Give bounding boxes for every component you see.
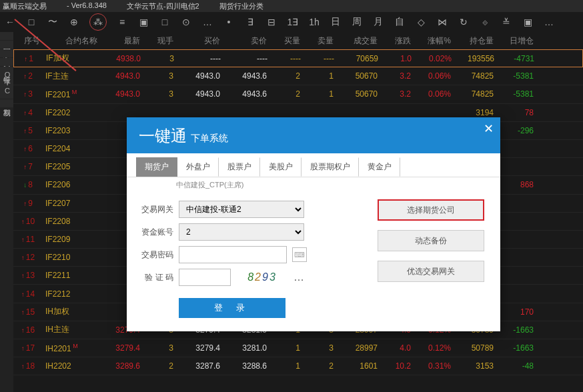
table-row[interactable]: ↑1IF加权4938.03----------------706591.00.0… <box>13 49 583 67</box>
optimize-gateway-button[interactable]: 优选交易网关 <box>378 261 484 282</box>
keyboard-icon[interactable]: ⌨ <box>292 247 307 262</box>
nav-item-3[interactable]: 外盘 <box>0 58 13 66</box>
nav-item-2[interactable]: 期货 <box>0 49 13 57</box>
toolbar-button-7[interactable]: □ <box>159 16 171 28</box>
login-button[interactable]: 登 录 <box>179 298 285 318</box>
toolbar-button-4[interactable]: ⁂ <box>92 16 104 28</box>
toolbar-button-10[interactable]: • <box>223 16 235 28</box>
toolbar-button-25[interactable]: … <box>543 16 555 28</box>
gateway-label: 交易网关 <box>136 204 173 215</box>
table-row[interactable]: ↑2IF主连4943.034943.04943.621506703.20.06%… <box>13 67 583 85</box>
login-form: 交易网关 中信建投-联通2 资金账号 2 交易密码 ⌨ 验 证 码 8293 … <box>136 195 364 318</box>
toolbar-button-5[interactable]: ≡ <box>116 16 128 28</box>
toolbar-button-2[interactable]: 〜 <box>47 16 59 28</box>
captcha-label: 验 证 码 <box>136 272 173 283</box>
captcha-image: 8293 <box>236 269 288 286</box>
grid-header: 序号合约名称最新现手买价卖价买量卖量成交量涨跌涨幅%持仓量日增仓 <box>13 32 583 49</box>
toolbar-button-13[interactable]: 1∃ <box>287 16 299 28</box>
refresh-captcha-icon[interactable]: … <box>294 271 306 283</box>
table-row[interactable]: ↑18IH22023289.623287.63288.612160110.20.… <box>13 357 583 375</box>
captcha-input[interactable] <box>179 269 231 286</box>
toolbar-button-18[interactable]: 自 <box>394 16 406 28</box>
account-label: 资金账号 <box>136 227 173 238</box>
toolbar-button-6[interactable]: ▣ <box>137 16 149 28</box>
password-label: 交易密码 <box>136 249 173 261</box>
account-tab-3[interactable]: 美股户 <box>260 157 302 177</box>
toolbar-button-1[interactable]: □ <box>25 16 37 28</box>
toolbar-button-15[interactable]: 日 <box>330 16 342 28</box>
table-row[interactable]: ↑3IF2201 M4943.034943.04943.621506703.20… <box>13 85 583 103</box>
broker-label: 中信建投_CTP(主席) <box>127 177 500 191</box>
nav-item-5[interactable]: 期权 <box>0 99 13 107</box>
modal-title: 一键通 <box>139 125 187 147</box>
nav-item-1[interactable]: 股票 <box>0 41 13 49</box>
toolbar-button-17[interactable]: 月 <box>372 16 384 28</box>
toolbar-button-9[interactable]: … <box>201 16 213 28</box>
account-tab-5[interactable]: 黄金户 <box>359 157 400 177</box>
toolbar-button-22[interactable]: ⟐ <box>479 16 491 28</box>
toolbar-button-8[interactable]: ⊙ <box>180 16 192 28</box>
toolbar-button-23[interactable]: ≚ <box>500 16 512 28</box>
toolbar: ←□〜⊕⁂≡▣□⊙…•∃⊟1∃1h日周月自◇⋈↻⟐≚▣… <box>0 12 583 32</box>
toolbar-button-14[interactable]: 1h <box>308 16 320 28</box>
account-tabs: 期货户外盘户股票户美股户股票期权户黄金户 <box>127 153 500 177</box>
nav-item-4[interactable]: 银行OTC <box>0 67 13 99</box>
toolbar-button-20[interactable]: ⋈ <box>436 16 448 28</box>
toolbar-button-24[interactable]: ▣ <box>522 16 534 28</box>
account-tab-0[interactable]: 期货户 <box>136 157 177 177</box>
toolbar-button-16[interactable]: 周 <box>351 16 363 28</box>
toolbar-button-21[interactable]: ↻ <box>458 16 470 28</box>
toolbar-button-0[interactable]: ← <box>4 16 16 28</box>
nav-item-0[interactable]: 自定义 <box>0 32 13 40</box>
modal-header: 一键通 下单系统 ✕ <box>127 117 500 153</box>
password-input[interactable] <box>179 246 287 263</box>
toolbar-button-12[interactable]: ⊟ <box>265 16 277 28</box>
gateway-select[interactable]: 中信建投-联通2 <box>179 201 304 218</box>
side-buttons: 选择期货公司 动态备份 优选交易网关 <box>378 195 491 318</box>
account-tab-4[interactable]: 股票期权户 <box>302 157 359 177</box>
account-select[interactable]: 2 <box>179 223 304 241</box>
left-nav: 自定义股票期货外盘银行OTC期权 <box>0 32 13 392</box>
select-broker-button[interactable]: 选择期货公司 <box>378 199 484 221</box>
backup-button[interactable]: 动态备份 <box>378 230 484 251</box>
toolbar-button-11[interactable]: ∃ <box>244 16 256 28</box>
toolbar-button-19[interactable]: ◇ <box>415 16 427 28</box>
titlebar: 赢顺云端交易 - Ver6.8.348 文华云节点-四川电信2 期货行业分类 <box>0 0 583 12</box>
account-tab-2[interactable]: 股票户 <box>219 157 260 177</box>
modal-subtitle: 下单系统 <box>191 133 228 145</box>
table-row[interactable]: ↑17IH2201 M3279.433279.43281.013289974.0… <box>13 339 583 357</box>
close-icon[interactable]: ✕ <box>484 121 494 136</box>
login-modal: 一键通 下单系统 ✕ 期货户外盘户股票户美股户股票期权户黄金户 中信建投_CTP… <box>127 117 500 331</box>
account-tab-1[interactable]: 外盘户 <box>177 157 219 177</box>
toolbar-button-3[interactable]: ⊕ <box>68 16 80 28</box>
